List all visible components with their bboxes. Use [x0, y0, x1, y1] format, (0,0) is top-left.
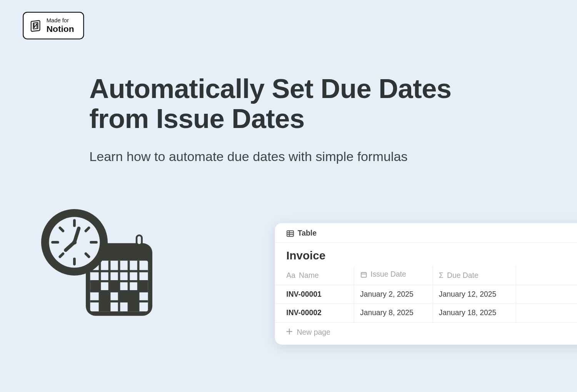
cell-due-date[interactable]: January 18, 2025	[432, 304, 515, 322]
cell-empty[interactable]	[516, 285, 577, 304]
cell-name[interactable]: INV-00001	[275, 285, 354, 304]
column-header-name[interactable]: Aa Name	[275, 266, 354, 285]
cell-issue-date[interactable]: January 2, 2025	[354, 285, 433, 304]
table-row[interactable]: INV-00002 January 8, 2025 January 18, 20…	[275, 304, 577, 322]
page-title: Automatically Set Due Dates from Issue D…	[89, 73, 483, 134]
svg-rect-13	[90, 281, 100, 291]
table-tab[interactable]: Table	[298, 229, 317, 238]
cell-empty[interactable]	[516, 304, 577, 322]
table-view-icon	[286, 229, 294, 237]
svg-rect-34	[287, 231, 294, 236]
svg-rect-18	[129, 291, 138, 301]
formula-property-icon: Σ	[439, 271, 444, 280]
svg-rect-17	[119, 291, 129, 301]
column-header-issue-date[interactable]: Issue Date	[354, 266, 433, 285]
svg-rect-20	[129, 301, 138, 311]
svg-rect-16	[100, 291, 109, 301]
column-due-label: Due Date	[447, 271, 479, 280]
svg-rect-15	[138, 281, 148, 291]
column-header-due-date[interactable]: Σ Due Date	[432, 266, 515, 285]
column-header-empty[interactable]	[516, 266, 577, 285]
notion-logo-icon	[29, 19, 42, 32]
column-name-label: Name	[299, 271, 319, 280]
new-page-button[interactable]: New page	[275, 323, 577, 345]
cell-issue-date[interactable]: January 8, 2025	[354, 304, 433, 322]
plus-icon	[286, 328, 292, 337]
title-property-icon: Aa	[286, 271, 295, 280]
svg-rect-19	[100, 301, 109, 311]
cell-name[interactable]: INV-00002	[275, 304, 354, 322]
svg-rect-3	[137, 236, 141, 244]
made-for-notion-badge: Made for Notion	[23, 12, 84, 40]
database-title[interactable]: Invoice	[275, 243, 577, 266]
svg-point-33	[72, 240, 77, 244]
svg-rect-38	[361, 272, 366, 277]
new-page-label: New page	[297, 328, 330, 337]
table-row[interactable]: INV-00001 January 2, 2025 January 12, 20…	[275, 285, 577, 304]
invoice-table: Aa Name Issue Date	[275, 266, 577, 323]
svg-rect-14	[110, 281, 119, 291]
date-property-icon	[360, 271, 367, 278]
cell-due-date[interactable]: January 12, 2025	[432, 285, 515, 304]
page-subtitle: Learn how to automate due dates with sim…	[89, 149, 483, 164]
badge-made-for-label: Made for	[47, 18, 74, 24]
notion-table-card: Table Invoice Aa Name	[275, 223, 577, 344]
column-issue-label: Issue Date	[370, 270, 406, 279]
badge-notion-label: Notion	[47, 24, 74, 33]
clock-calendar-illustration	[36, 207, 160, 324]
